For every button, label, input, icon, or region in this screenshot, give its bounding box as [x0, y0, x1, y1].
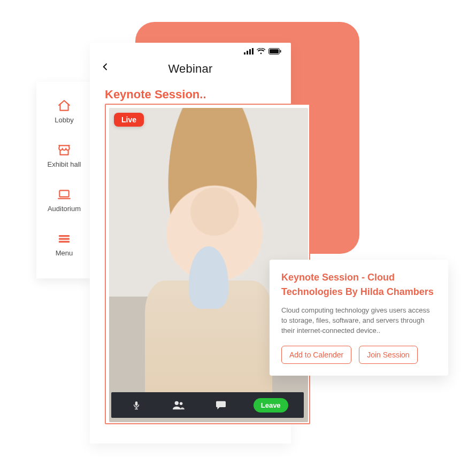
- mic-button[interactable]: [127, 395, 146, 415]
- session-details-title: Keynote Session - Cloud Technologies By …: [281, 270, 436, 299]
- call-toolbar: Leave: [111, 392, 304, 418]
- laptop-icon: [57, 188, 72, 201]
- sidenav-item-auditorium[interactable]: Auditorium: [36, 180, 92, 224]
- side-nav: Lobby Exhibit hall Auditorium Menu: [36, 82, 92, 278]
- svg-rect-8: [136, 408, 137, 409]
- leave-button[interactable]: Leave: [254, 398, 288, 413]
- phone-header: Webinar: [90, 43, 291, 80]
- sidenav-item-exhibit-hall[interactable]: Exhibit hall: [36, 136, 92, 180]
- sidenav-item-label: Menu: [56, 249, 73, 257]
- session-details-description: Cloud computing technology gives users a…: [281, 306, 436, 336]
- session-label: Keynote Session..: [90, 80, 291, 106]
- home-icon: [57, 99, 72, 113]
- join-session-button[interactable]: Join Session: [359, 346, 417, 364]
- chat-button[interactable]: [211, 395, 231, 415]
- chat-icon: [216, 400, 226, 410]
- live-badge: Live: [114, 113, 144, 127]
- add-to-calendar-button[interactable]: Add to Calender: [281, 346, 351, 364]
- session-details-card: Keynote Session - Cloud Technologies By …: [270, 260, 448, 376]
- store-icon: [57, 143, 72, 157]
- phone-title: Webinar: [90, 62, 291, 76]
- menu-icon: [57, 232, 72, 246]
- session-actions: Add to Calender Join Session: [281, 346, 436, 364]
- sidenav-item-menu[interactable]: Menu: [36, 224, 92, 269]
- sidenav-item-label: Lobby: [55, 116, 73, 124]
- mic-icon: [132, 400, 141, 410]
- back-button[interactable]: [98, 60, 112, 74]
- svg-rect-0: [59, 190, 68, 197]
- participants-button[interactable]: [169, 395, 188, 415]
- svg-point-11: [180, 402, 183, 406]
- sidenav-item-label: Exhibit hall: [48, 160, 81, 168]
- svg-point-10: [175, 401, 179, 405]
- sidenav-item-lobby[interactable]: Lobby: [36, 91, 92, 136]
- svg-rect-9: [135, 409, 138, 410]
- sidenav-item-label: Auditorium: [48, 205, 81, 213]
- people-icon: [173, 400, 185, 410]
